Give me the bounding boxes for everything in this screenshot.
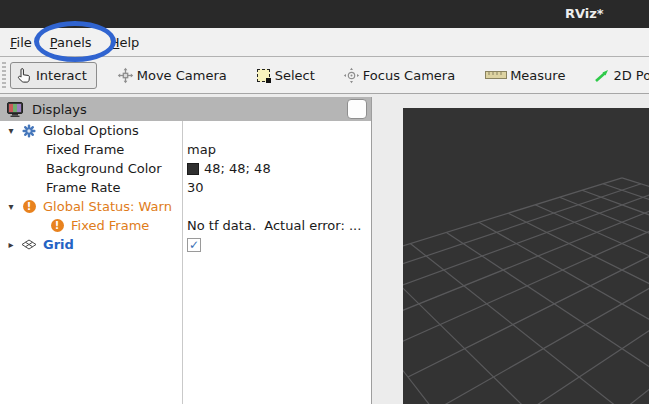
property-tree: Global Options Fixed Frame map Backgroun… bbox=[0, 121, 371, 404]
toolbar: Interact Move Camera Select bbox=[0, 57, 649, 94]
property-label: Fixed Frame bbox=[71, 218, 149, 233]
property-label: Fixed Frame bbox=[46, 142, 124, 157]
tree-row-grid[interactable]: Grid bbox=[0, 235, 371, 254]
ground-grid bbox=[403, 108, 649, 404]
expander-icon[interactable] bbox=[4, 125, 18, 136]
tool-focus-camera-button[interactable]: Focus Camera bbox=[343, 67, 455, 84]
background-color-value[interactable]: 48; 48; 48 bbox=[182, 161, 371, 176]
menu-panels[interactable]: Panels bbox=[41, 30, 101, 55]
grid-icon bbox=[21, 237, 37, 253]
hand-pointer-icon bbox=[16, 67, 33, 84]
tool-measure-button[interactable]: Measure bbox=[485, 67, 565, 84]
selection-box-icon bbox=[255, 67, 272, 84]
property-label: Frame Rate bbox=[46, 180, 120, 195]
expander-icon[interactable] bbox=[4, 239, 18, 250]
property-label: Global Options bbox=[43, 123, 139, 138]
tool-label: Measure bbox=[510, 68, 565, 83]
tree-row-global-status[interactable]: Global Status: Warn bbox=[0, 197, 371, 216]
window-titlebar: RViz* bbox=[0, 0, 649, 28]
window-title: RViz* bbox=[565, 6, 604, 21]
tool-2d-pose-estimate-button[interactable]: 2D Pose Esti bbox=[593, 67, 649, 84]
tool-label: Move Camera bbox=[137, 68, 227, 83]
tool-label: 2D Pose Esti bbox=[613, 68, 649, 83]
property-label: Background Color bbox=[46, 161, 162, 176]
tree-row-fixed-frame-status[interactable]: Fixed Frame No tf data. Actual error: ..… bbox=[0, 216, 371, 235]
color-swatch bbox=[187, 163, 199, 175]
tree-row-background-color[interactable]: Background Color 48; 48; 48 bbox=[0, 159, 371, 178]
menu-bar: File Panels Help bbox=[0, 28, 649, 57]
property-label: Global Status: Warn bbox=[43, 199, 172, 214]
crosshair-icon bbox=[343, 67, 360, 84]
panel-title: Displays bbox=[32, 102, 87, 117]
gear-icon bbox=[21, 123, 37, 139]
display-label: Grid bbox=[43, 237, 74, 252]
toolbar-grip-handle[interactable] bbox=[2, 62, 6, 88]
column-divider[interactable] bbox=[182, 121, 183, 404]
green-arrow-icon bbox=[593, 67, 610, 84]
frame-rate-value[interactable]: 30 bbox=[182, 180, 371, 195]
displays-panel: Displays bbox=[0, 97, 372, 404]
rviz-window: RViz* File Panels Help Interact bbox=[0, 0, 649, 404]
fixed-frame-value[interactable]: map bbox=[182, 142, 371, 157]
tool-interact-button[interactable]: Interact bbox=[10, 62, 97, 89]
grid-enabled-checkbox[interactable] bbox=[187, 238, 201, 252]
menu-help[interactable]: Help bbox=[101, 30, 149, 55]
expander-icon[interactable] bbox=[4, 201, 18, 212]
tool-label: Interact bbox=[36, 68, 87, 83]
tree-row-frame-rate[interactable]: Frame Rate 30 bbox=[0, 178, 371, 197]
ruler-icon bbox=[485, 67, 507, 84]
menu-file[interactable]: File bbox=[1, 30, 41, 55]
panel-float-button[interactable] bbox=[347, 99, 367, 119]
status-message: No tf data. Actual error: ... bbox=[182, 218, 371, 233]
warning-icon bbox=[21, 199, 37, 215]
tool-label: Focus Camera bbox=[363, 68, 455, 83]
tool-move-camera-button[interactable]: Move Camera bbox=[117, 67, 227, 84]
monitor-icon bbox=[7, 101, 23, 117]
warning-icon bbox=[49, 218, 65, 234]
tool-select-button[interactable]: Select bbox=[255, 67, 315, 84]
tree-row-global-options[interactable]: Global Options bbox=[0, 121, 371, 140]
displays-panel-header: Displays bbox=[0, 97, 371, 121]
tool-label: Select bbox=[275, 68, 315, 83]
move-arrows-icon bbox=[117, 67, 134, 84]
render-viewport-3d[interactable] bbox=[403, 108, 649, 404]
tree-row-fixed-frame[interactable]: Fixed Frame map bbox=[0, 140, 371, 159]
